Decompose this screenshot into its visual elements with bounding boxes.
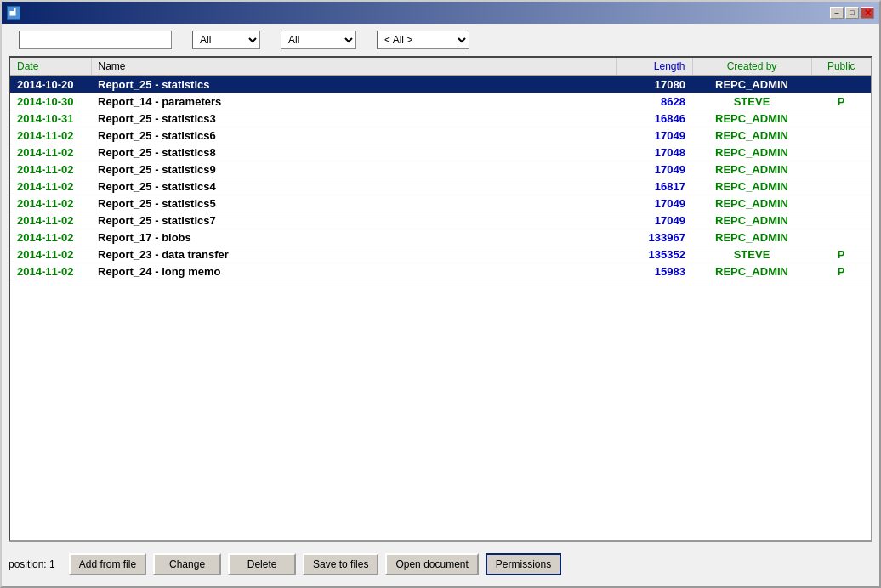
cell-name: Report_14 - parameters xyxy=(91,93,616,110)
minimize-button[interactable]: – xyxy=(830,7,844,19)
cell-createdby: STEVE xyxy=(692,93,811,110)
cell-name: Report_25 - statistics4 xyxy=(91,178,616,195)
cell-name: Report_25 - statistics9 xyxy=(91,161,616,178)
cell-createdby: REPC_ADMIN xyxy=(692,161,811,178)
cell-public xyxy=(811,229,871,246)
toolbar: All 2014 2013 2012 All JanuaryFebruaryMa… xyxy=(9,31,872,49)
col-header-length[interactable]: Length xyxy=(616,58,692,76)
table-row[interactable]: 2014-11-02 Report_25 - statistics9 17049… xyxy=(10,161,871,178)
createdby-select[interactable]: < All > REPC_ADMIN STEVE xyxy=(377,31,469,49)
cell-public: P xyxy=(811,263,871,280)
table-row[interactable]: 2014-10-31 Report_25 - statistics3 16846… xyxy=(10,110,871,127)
cell-createdby: STEVE xyxy=(692,246,811,263)
cell-length: 17049 xyxy=(616,195,692,212)
change-button[interactable]: Change xyxy=(153,553,221,575)
table-header-row: Date Name Length Created by Public xyxy=(10,58,871,76)
year-select[interactable]: All 2014 2013 2012 xyxy=(192,31,260,49)
title-controls: – □ ✕ xyxy=(830,7,874,19)
col-header-name[interactable]: Name xyxy=(91,58,616,76)
table-row[interactable]: 2014-11-02 Report_23 - data transfer 135… xyxy=(10,246,871,263)
cell-name: Report_24 - long memo xyxy=(91,263,616,280)
cell-public xyxy=(811,195,871,212)
col-header-date[interactable]: Date xyxy=(10,58,91,76)
cell-createdby: REPC_ADMIN xyxy=(692,178,811,195)
cell-public: P xyxy=(811,246,871,263)
cell-createdby: REPC_ADMIN xyxy=(692,110,811,127)
add-from-file-button[interactable]: Add from file xyxy=(69,553,146,575)
save-to-files-button[interactable]: Save to files xyxy=(303,553,378,575)
cell-length: 8628 xyxy=(616,93,692,110)
cell-createdby: REPC_ADMIN xyxy=(692,127,811,144)
cell-name: Report_25 - statistics6 xyxy=(91,127,616,144)
cell-date: 2014-10-20 xyxy=(10,76,91,93)
table-row[interactable]: 2014-10-30 Report_14 - parameters 8628 S… xyxy=(10,93,871,110)
cell-date: 2014-11-02 xyxy=(10,263,91,280)
cell-public xyxy=(811,161,871,178)
cell-createdby: REPC_ADMIN xyxy=(692,195,811,212)
title-bar-left xyxy=(7,6,26,20)
col-header-public[interactable]: Public xyxy=(811,58,871,76)
cell-date: 2014-11-02 xyxy=(10,212,91,229)
cell-public xyxy=(811,110,871,127)
table-row[interactable]: 2014-11-02 Report_25 - statistics4 16817… xyxy=(10,178,871,195)
cell-public xyxy=(811,178,871,195)
content-area: All 2014 2013 2012 All JanuaryFebruaryMa… xyxy=(2,24,879,586)
cell-length: 17049 xyxy=(616,161,692,178)
cell-length: 133967 xyxy=(616,229,692,246)
documents-table-container: Date Name Length Created by Public 2014-… xyxy=(9,56,872,542)
cell-public xyxy=(811,144,871,161)
cell-public: P xyxy=(811,93,871,110)
cell-length: 15983 xyxy=(616,263,692,280)
table-body: 2014-10-20 Report_25 - statistics 17080 … xyxy=(10,76,871,280)
cell-length: 17080 xyxy=(616,76,692,93)
cell-date: 2014-11-02 xyxy=(10,178,91,195)
cell-length: 17049 xyxy=(616,212,692,229)
cell-date: 2014-11-02 xyxy=(10,144,91,161)
cell-length: 16846 xyxy=(616,110,692,127)
cell-date: 2014-11-02 xyxy=(10,127,91,144)
table-row[interactable]: 2014-11-02 Report_24 - long memo 15983 R… xyxy=(10,263,871,280)
cell-length: 17049 xyxy=(616,127,692,144)
cell-name: Report_25 - statistics8 xyxy=(91,144,616,161)
table-row[interactable]: 2014-11-02 Report_25 - statistics5 17049… xyxy=(10,195,871,212)
cell-date: 2014-11-02 xyxy=(10,195,91,212)
cell-date: 2014-11-02 xyxy=(10,246,91,263)
svg-rect-1 xyxy=(9,8,14,11)
cell-name: Report_17 - blobs xyxy=(91,229,616,246)
search-input[interactable] xyxy=(19,31,172,49)
open-document-button[interactable]: Open document xyxy=(385,553,478,575)
cell-length: 135352 xyxy=(616,246,692,263)
cell-date: 2014-10-31 xyxy=(10,110,91,127)
document-icon xyxy=(7,6,20,20)
cell-length: 17048 xyxy=(616,144,692,161)
close-button[interactable]: ✕ xyxy=(861,7,874,19)
documents-window: – □ ✕ All 2014 2013 2012 All JanuaryFebr… xyxy=(0,0,881,588)
cell-date: 2014-10-30 xyxy=(10,93,91,110)
maximize-button[interactable]: □ xyxy=(845,7,859,19)
cell-name: Report_25 - statistics7 xyxy=(91,212,616,229)
cell-name: Report_25 - statistics xyxy=(91,76,616,93)
cell-public xyxy=(811,127,871,144)
cell-createdby: REPC_ADMIN xyxy=(692,229,811,246)
delete-button[interactable]: Delete xyxy=(228,553,296,575)
cell-name: Report_25 - statistics5 xyxy=(91,195,616,212)
cell-createdby: REPC_ADMIN xyxy=(692,144,811,161)
table-row[interactable]: 2014-11-02 Report_25 - statistics6 17049… xyxy=(10,127,871,144)
month-select[interactable]: All JanuaryFebruaryMarch AprilMayJune Ju… xyxy=(281,31,356,49)
cell-createdby: REPC_ADMIN xyxy=(692,76,811,93)
position-label: position: 1 xyxy=(9,558,55,570)
table-row[interactable]: 2014-11-02 Report_25 - statistics7 17049… xyxy=(10,212,871,229)
footer: position: 1 Add from file Change Delete … xyxy=(9,549,872,580)
table-row[interactable]: 2014-10-20 Report_25 - statistics 17080 … xyxy=(10,76,871,93)
cell-length: 16817 xyxy=(616,178,692,195)
table-row[interactable]: 2014-11-02 Report_25 - statistics8 17048… xyxy=(10,144,871,161)
cell-createdby: REPC_ADMIN xyxy=(692,263,811,280)
table-row[interactable]: 2014-11-02 Report_17 - blobs 133967 REPC… xyxy=(10,229,871,246)
cell-public xyxy=(811,76,871,93)
col-header-createdby[interactable]: Created by xyxy=(692,58,811,76)
cell-date: 2014-11-02 xyxy=(10,161,91,178)
title-bar: – □ ✕ xyxy=(2,2,879,24)
cell-name: Report_23 - data transfer xyxy=(91,246,616,263)
permissions-button[interactable]: Permissions xyxy=(486,553,561,575)
cell-name: Report_25 - statistics3 xyxy=(91,110,616,127)
